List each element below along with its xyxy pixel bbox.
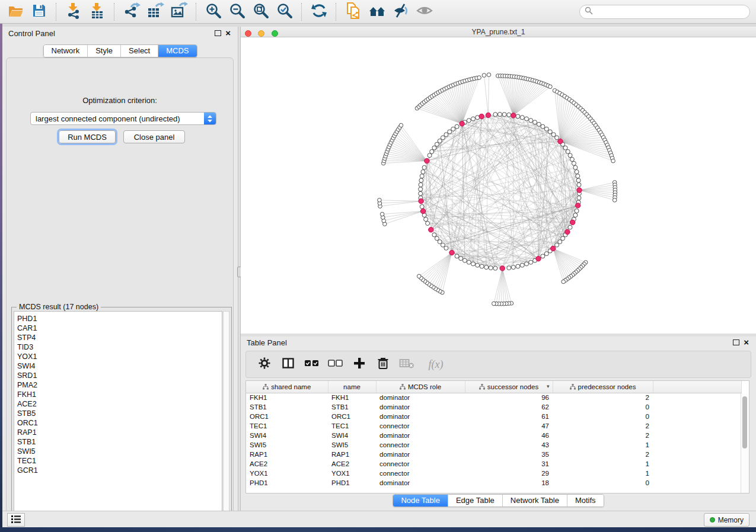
cell-mcds_role[interactable]: dominator [376, 402, 465, 412]
cell-mcds_role[interactable]: connector [376, 440, 465, 450]
cell-name[interactable]: ACE2 [328, 459, 376, 469]
zoom-out-button[interactable] [225, 2, 249, 22]
cell-name[interactable]: PHD1 [328, 478, 376, 488]
search-input[interactable] [593, 8, 749, 16]
network-canvas[interactable] [241, 37, 756, 334]
tab-node-table[interactable]: Node Table [393, 495, 448, 507]
mcds-result-item[interactable]: YOX1 [17, 352, 222, 361]
table-row[interactable]: ORC1ORC1dominator610 [246, 412, 742, 421]
show-all-button[interactable] [413, 2, 436, 22]
select-all-columns-button[interactable] [304, 357, 320, 372]
cell-shared_name[interactable]: PHD1 [246, 478, 328, 488]
cell-shared_name[interactable]: RAP1 [246, 450, 328, 459]
delete-columns-button[interactable] [375, 357, 391, 372]
column-header-name[interactable]: name [328, 381, 376, 393]
refresh-view-button[interactable] [307, 2, 331, 22]
cell-successor_nodes[interactable]: 35 [465, 450, 553, 459]
tab-select[interactable]: Select [120, 45, 158, 57]
cell-mcds_role[interactable]: dominator [376, 431, 465, 440]
tab-mcds[interactable]: MCDS [158, 45, 196, 57]
deselect-all-columns-button[interactable] [328, 357, 343, 372]
mcds-result-item[interactable]: ACE2 [17, 399, 222, 409]
cell-predecessor_nodes[interactable]: 2 [553, 431, 653, 440]
table-row[interactable]: TEC1TEC1connector472 [246, 421, 742, 431]
cell-name[interactable]: YOX1 [328, 469, 376, 478]
cell-successor_nodes[interactable]: 46 [465, 431, 553, 440]
clone-network-button[interactable] [342, 2, 365, 22]
mcds-result-item[interactable]: RAP1 [17, 428, 222, 437]
network-graph[interactable] [241, 37, 756, 334]
cell-mcds_role[interactable]: dominator [376, 478, 465, 488]
cell-name[interactable]: RAP1 [328, 450, 376, 459]
table-row[interactable]: SWI4SWI4dominator462 [246, 431, 742, 440]
cell-shared_name[interactable]: ACE2 [246, 459, 328, 469]
cell-successor_nodes[interactable]: 43 [465, 440, 553, 450]
cell-name[interactable]: SWI4 [328, 431, 376, 440]
mcds-result-item[interactable]: TID3 [17, 342, 222, 352]
zoom-selected-button[interactable] [273, 2, 296, 22]
column-header-shared_name[interactable]: shared name [246, 381, 328, 393]
mcds-result-item[interactable]: GCR1 [17, 466, 222, 475]
table-row[interactable]: STB1STB1dominator620 [246, 402, 742, 412]
mcds-list-scrollbar[interactable] [223, 311, 229, 521]
mcds-result-item[interactable]: STB5 [17, 409, 222, 418]
cell-successor_nodes[interactable]: 61 [465, 412, 553, 421]
cell-mcds_role[interactable]: connector [376, 459, 465, 469]
export-table-button[interactable] [143, 2, 167, 22]
memory-button[interactable]: Memory [704, 513, 749, 527]
mcds-result-item[interactable]: STB1 [17, 437, 222, 447]
cell-shared_name[interactable]: FKH1 [246, 393, 328, 402]
cell-predecessor_nodes[interactable]: 2 [553, 393, 653, 402]
mcds-result-item[interactable]: PMA2 [17, 380, 222, 390]
float-panel-icon[interactable] [215, 30, 221, 36]
save-session-button[interactable] [27, 2, 51, 22]
cell-shared_name[interactable]: TEC1 [246, 421, 328, 431]
mcds-result-item[interactable]: SWI5 [17, 447, 222, 456]
cell-successor_nodes[interactable]: 29 [465, 469, 553, 478]
mcds-result-item[interactable]: CAR1 [17, 323, 222, 333]
node-table[interactable]: shared namenameMCDS rolesuccessor nodes▾… [245, 380, 749, 493]
export-image-button[interactable] [167, 2, 191, 22]
cell-name[interactable]: ORC1 [328, 412, 376, 421]
column-header-predecessor_nodes[interactable]: predecessor nodes [553, 381, 653, 393]
mcds-result-item[interactable]: ORC1 [17, 418, 222, 428]
hide-selected-button[interactable] [389, 2, 413, 22]
table-scrollbar[interactable] [741, 393, 748, 493]
search-field[interactable] [579, 5, 750, 19]
cell-mcds_role[interactable]: dominator [376, 393, 465, 402]
mcds-result-item[interactable]: FKH1 [17, 390, 222, 399]
float-panel-icon[interactable] [733, 339, 739, 345]
network-window-titlebar[interactable]: YPA_prune.txt_1 [241, 27, 756, 37]
cell-shared_name[interactable]: STB1 [246, 402, 328, 412]
close-panel-icon[interactable]: × [744, 339, 749, 345]
cell-successor_nodes[interactable]: 62 [465, 402, 553, 412]
cell-successor_nodes[interactable]: 31 [465, 459, 553, 469]
tab-motifs[interactable]: Motifs [567, 495, 604, 507]
cell-shared_name[interactable]: YOX1 [246, 469, 328, 478]
cell-predecessor_nodes[interactable]: 2 [553, 450, 653, 459]
column-header-successor_nodes[interactable]: successor nodes▾ [465, 381, 553, 393]
cell-predecessor_nodes[interactable]: 1 [553, 459, 653, 469]
mcds-result-item[interactable]: STP4 [17, 333, 222, 342]
cell-name[interactable]: STB1 [328, 402, 376, 412]
cell-predecessor_nodes[interactable]: 0 [553, 478, 653, 488]
import-table-button[interactable] [85, 2, 109, 22]
table-scrollbar-thumb[interactable] [742, 396, 747, 448]
cell-name[interactable]: FKH1 [328, 393, 376, 402]
show-columns-button[interactable] [280, 357, 296, 372]
cell-predecessor_nodes[interactable]: 1 [553, 469, 653, 478]
cell-successor_nodes[interactable]: 18 [465, 478, 553, 488]
cell-shared_name[interactable]: SWI5 [246, 440, 328, 450]
table-row[interactable]: PHD1PHD1dominator180 [246, 478, 742, 488]
cell-shared_name[interactable]: SWI4 [246, 431, 328, 440]
import-network-button[interactable] [62, 2, 85, 22]
cell-mcds_role[interactable]: dominator [376, 450, 465, 459]
column-header-mcds_role[interactable]: MCDS role [376, 381, 465, 393]
mcds-result-item[interactable]: SWI4 [17, 361, 222, 371]
zoom-in-button[interactable] [202, 2, 225, 22]
create-new-column-button[interactable] [352, 357, 367, 372]
table-row[interactable]: SWI5SWI5connector431 [246, 440, 742, 450]
export-network-button[interactable] [120, 2, 143, 22]
tab-edge-table[interactable]: Edge Table [448, 495, 502, 507]
cell-mcds_role[interactable]: connector [376, 469, 465, 478]
